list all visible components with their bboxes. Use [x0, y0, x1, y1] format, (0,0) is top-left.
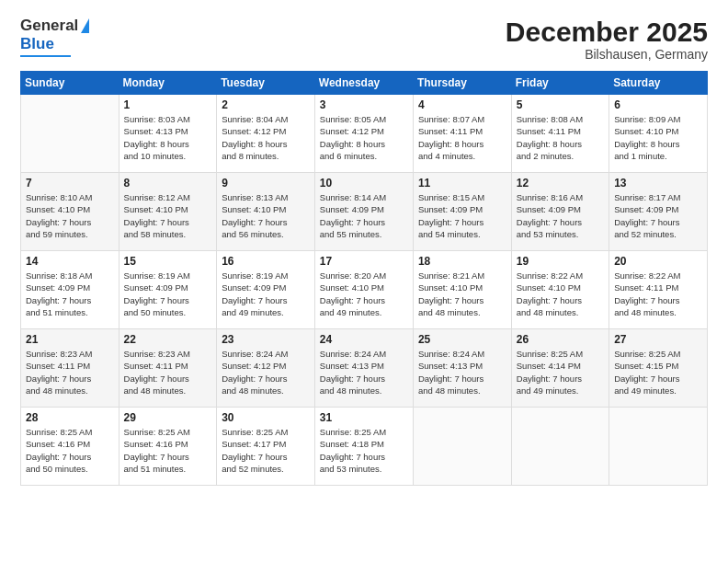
day-info: Sunrise: 8:08 AM Sunset: 4:11 PM Dayligh… — [517, 113, 604, 162]
day-number: 18 — [418, 255, 506, 268]
day-number: 13 — [614, 177, 702, 190]
calendar: Sunday Monday Tuesday Wednesday Thursday… — [20, 71, 708, 486]
calendar-cell: 30Sunrise: 8:25 AM Sunset: 4:17 PM Dayli… — [217, 408, 315, 486]
col-friday: Friday — [511, 72, 609, 95]
calendar-cell: 6Sunrise: 8:09 AM Sunset: 4:10 PM Daylig… — [609, 95, 708, 173]
day-number: 27 — [614, 333, 702, 346]
logo-general: General — [20, 17, 78, 35]
calendar-cell: 11Sunrise: 8:15 AM Sunset: 4:09 PM Dayli… — [413, 173, 511, 251]
calendar-cell — [21, 95, 119, 173]
day-info: Sunrise: 8:25 AM Sunset: 4:18 PM Dayligh… — [320, 426, 408, 475]
calendar-cell: 3Sunrise: 8:05 AM Sunset: 4:12 PM Daylig… — [314, 95, 413, 173]
day-number: 21 — [26, 333, 114, 346]
calendar-cell — [609, 408, 708, 486]
logo-line — [20, 55, 71, 57]
col-saturday: Saturday — [609, 72, 708, 95]
calendar-cell: 17Sunrise: 8:20 AM Sunset: 4:10 PM Dayli… — [314, 251, 413, 329]
logo-triangle-icon — [81, 18, 89, 33]
day-number: 14 — [26, 255, 114, 268]
calendar-cell: 4Sunrise: 8:07 AM Sunset: 4:11 PM Daylig… — [413, 95, 511, 173]
day-number: 30 — [222, 411, 310, 424]
calendar-header: Sunday Monday Tuesday Wednesday Thursday… — [21, 72, 708, 95]
day-number: 26 — [517, 333, 604, 346]
day-info: Sunrise: 8:16 AM Sunset: 4:09 PM Dayligh… — [517, 191, 604, 240]
calendar-cell: 25Sunrise: 8:24 AM Sunset: 4:13 PM Dayli… — [413, 329, 511, 408]
calendar-cell: 10Sunrise: 8:14 AM Sunset: 4:09 PM Dayli… — [314, 173, 413, 251]
weekday-header-row: Sunday Monday Tuesday Wednesday Thursday… — [21, 72, 708, 95]
title-block: December 2025 Bilshausen, Germany — [506, 17, 708, 62]
day-info: Sunrise: 8:04 AM Sunset: 4:12 PM Dayligh… — [222, 113, 310, 162]
day-number: 25 — [418, 333, 506, 346]
col-sunday: Sunday — [21, 72, 119, 95]
calendar-cell — [413, 408, 511, 486]
day-info: Sunrise: 8:19 AM Sunset: 4:09 PM Dayligh… — [124, 270, 212, 318]
calendar-cell: 15Sunrise: 8:19 AM Sunset: 4:09 PM Dayli… — [119, 251, 217, 329]
calendar-cell: 2Sunrise: 8:04 AM Sunset: 4:12 PM Daylig… — [217, 95, 315, 173]
calendar-cell: 16Sunrise: 8:19 AM Sunset: 4:09 PM Dayli… — [217, 251, 315, 329]
page: General Blue December 2025 Bilshausen, G… — [0, 0, 728, 563]
day-number: 11 — [418, 177, 506, 190]
day-number: 2 — [222, 98, 310, 111]
calendar-cell: 5Sunrise: 8:08 AM Sunset: 4:11 PM Daylig… — [511, 95, 609, 173]
title-month: December 2025 — [506, 17, 708, 47]
logo: General Blue — [20, 17, 89, 57]
calendar-cell: 8Sunrise: 8:12 AM Sunset: 4:10 PM Daylig… — [119, 173, 217, 251]
day-number: 23 — [222, 333, 310, 346]
day-number: 4 — [418, 98, 506, 111]
day-number: 5 — [517, 98, 604, 111]
calendar-cell: 7Sunrise: 8:10 AM Sunset: 4:10 PM Daylig… — [21, 173, 119, 251]
col-wednesday: Wednesday — [314, 72, 413, 95]
day-number: 17 — [320, 255, 408, 268]
col-thursday: Thursday — [413, 72, 511, 95]
calendar-cell: 27Sunrise: 8:25 AM Sunset: 4:15 PM Dayli… — [609, 329, 708, 408]
col-monday: Monday — [119, 72, 217, 95]
day-info: Sunrise: 8:25 AM Sunset: 4:17 PM Dayligh… — [222, 426, 310, 475]
day-info: Sunrise: 8:07 AM Sunset: 4:11 PM Dayligh… — [418, 113, 506, 162]
day-info: Sunrise: 8:25 AM Sunset: 4:15 PM Dayligh… — [614, 348, 702, 396]
day-info: Sunrise: 8:24 AM Sunset: 4:13 PM Dayligh… — [418, 348, 506, 396]
day-info: Sunrise: 8:12 AM Sunset: 4:10 PM Dayligh… — [124, 191, 212, 240]
calendar-cell: 23Sunrise: 8:24 AM Sunset: 4:12 PM Dayli… — [217, 329, 315, 408]
calendar-cell: 14Sunrise: 8:18 AM Sunset: 4:09 PM Dayli… — [21, 251, 119, 329]
day-info: Sunrise: 8:15 AM Sunset: 4:09 PM Dayligh… — [418, 191, 506, 240]
header: General Blue December 2025 Bilshausen, G… — [20, 17, 708, 62]
day-info: Sunrise: 8:24 AM Sunset: 4:13 PM Dayligh… — [320, 348, 408, 396]
day-number: 15 — [124, 255, 212, 268]
calendar-cell: 12Sunrise: 8:16 AM Sunset: 4:09 PM Dayli… — [511, 173, 609, 251]
day-info: Sunrise: 8:03 AM Sunset: 4:13 PM Dayligh… — [124, 113, 212, 162]
day-info: Sunrise: 8:19 AM Sunset: 4:09 PM Dayligh… — [222, 270, 310, 318]
day-info: Sunrise: 8:18 AM Sunset: 4:09 PM Dayligh… — [26, 270, 114, 318]
calendar-cell — [511, 408, 609, 486]
day-number: 20 — [614, 255, 702, 268]
day-info: Sunrise: 8:22 AM Sunset: 4:11 PM Dayligh… — [614, 270, 702, 318]
calendar-week-3: 14Sunrise: 8:18 AM Sunset: 4:09 PM Dayli… — [21, 251, 708, 329]
day-number: 3 — [320, 98, 408, 111]
calendar-cell: 26Sunrise: 8:25 AM Sunset: 4:14 PM Dayli… — [511, 329, 609, 408]
day-info: Sunrise: 8:14 AM Sunset: 4:09 PM Dayligh… — [320, 191, 408, 240]
day-info: Sunrise: 8:25 AM Sunset: 4:16 PM Dayligh… — [26, 426, 114, 475]
calendar-cell: 20Sunrise: 8:22 AM Sunset: 4:11 PM Dayli… — [609, 251, 708, 329]
day-info: Sunrise: 8:10 AM Sunset: 4:10 PM Dayligh… — [26, 191, 114, 240]
day-number: 6 — [614, 98, 702, 111]
calendar-cell: 24Sunrise: 8:24 AM Sunset: 4:13 PM Dayli… — [314, 329, 413, 408]
day-number: 28 — [26, 411, 114, 424]
calendar-cell: 13Sunrise: 8:17 AM Sunset: 4:09 PM Dayli… — [609, 173, 708, 251]
day-number: 10 — [320, 177, 408, 190]
day-info: Sunrise: 8:22 AM Sunset: 4:10 PM Dayligh… — [517, 270, 604, 318]
day-info: Sunrise: 8:23 AM Sunset: 4:11 PM Dayligh… — [26, 348, 114, 396]
day-number: 29 — [124, 411, 212, 424]
day-info: Sunrise: 8:05 AM Sunset: 4:12 PM Dayligh… — [320, 113, 408, 162]
calendar-cell: 19Sunrise: 8:22 AM Sunset: 4:10 PM Dayli… — [511, 251, 609, 329]
day-number: 9 — [222, 177, 310, 190]
day-number: 31 — [320, 411, 408, 424]
calendar-cell: 1Sunrise: 8:03 AM Sunset: 4:13 PM Daylig… — [119, 95, 217, 173]
calendar-week-2: 7Sunrise: 8:10 AM Sunset: 4:10 PM Daylig… — [21, 173, 708, 251]
calendar-cell: 21Sunrise: 8:23 AM Sunset: 4:11 PM Dayli… — [21, 329, 119, 408]
day-number: 8 — [124, 177, 212, 190]
calendar-cell: 18Sunrise: 8:21 AM Sunset: 4:10 PM Dayli… — [413, 251, 511, 329]
day-info: Sunrise: 8:21 AM Sunset: 4:10 PM Dayligh… — [418, 270, 506, 318]
logo-blue: Blue — [20, 35, 54, 53]
day-number: 7 — [26, 177, 114, 190]
calendar-cell: 29Sunrise: 8:25 AM Sunset: 4:16 PM Dayli… — [119, 408, 217, 486]
day-number: 12 — [517, 177, 604, 190]
